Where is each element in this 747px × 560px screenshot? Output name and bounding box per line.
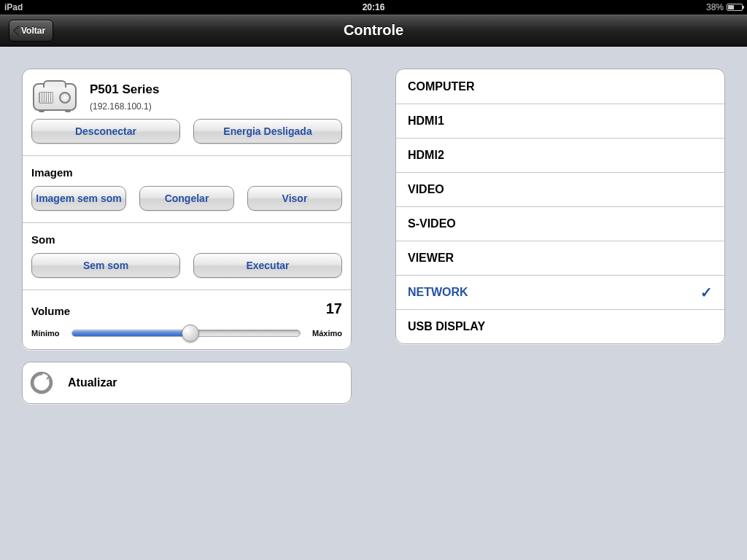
refresh-label: Atualizar xyxy=(68,376,117,389)
volume-min-label: Mínimo xyxy=(31,329,60,338)
source-item-label: NETWORK xyxy=(408,286,468,299)
volume-max-label: Máximo xyxy=(312,329,342,338)
disconnect-button[interactable]: Desconectar xyxy=(31,119,180,144)
source-item-label: HDMI1 xyxy=(408,114,444,128)
control-panel: P501 Series (192.168.100.1) Desconectar … xyxy=(22,69,352,350)
power-off-button[interactable]: Energia Desligada xyxy=(193,119,342,144)
projector-icon xyxy=(33,83,77,111)
source-item-label: VIDEO xyxy=(408,183,444,196)
source-item-label: VIEWER xyxy=(408,252,454,265)
page-title: Controle xyxy=(0,22,747,39)
volume-value: 17 xyxy=(326,300,342,317)
play-button[interactable]: Executar xyxy=(193,253,342,278)
volume-title: Volume xyxy=(31,305,70,317)
image-mute-button[interactable]: Imagem sem som xyxy=(31,186,126,211)
source-item[interactable]: S-VIDEO✓ xyxy=(396,206,724,241)
source-item[interactable]: HDMI1✓ xyxy=(396,104,724,138)
volume-section: Volume 17 Mínimo Máximo xyxy=(23,289,351,349)
navbar: Voltar Controle xyxy=(0,15,747,47)
source-item-label: HDMI2 xyxy=(408,149,444,162)
source-item[interactable]: VIEWER✓ xyxy=(396,241,724,275)
battery-icon xyxy=(727,4,743,11)
source-item-label: COMPUTER xyxy=(408,80,475,93)
source-item-label: S-VIDEO xyxy=(408,217,456,230)
source-list: COMPUTER✓HDMI1✓HDMI2✓VIDEO✓S-VIDEO✓VIEWE… xyxy=(395,69,725,344)
volume-slider[interactable] xyxy=(71,330,301,337)
status-time: 20:16 xyxy=(0,2,747,12)
check-icon: ✓ xyxy=(700,284,713,301)
source-item[interactable]: USB DISPLAY✓ xyxy=(396,309,724,343)
source-item[interactable]: COMPUTER✓ xyxy=(396,69,724,104)
volume-slider-thumb[interactable] xyxy=(182,324,199,342)
sound-mute-button[interactable]: Sem som xyxy=(31,253,180,278)
source-item-label: USB DISPLAY xyxy=(408,320,485,333)
source-item[interactable]: VIDEO✓ xyxy=(396,172,724,206)
source-item[interactable]: NETWORK✓ xyxy=(396,275,724,309)
refresh-panel[interactable]: Atualizar xyxy=(22,362,352,404)
refresh-icon xyxy=(30,371,53,394)
source-item[interactable]: HDMI2✓ xyxy=(396,138,724,172)
viewer-button[interactable]: Visor xyxy=(247,186,342,211)
section-title-image: Imagem xyxy=(31,166,342,179)
status-bar: iPad 20:16 38% xyxy=(0,0,747,15)
freeze-button[interactable]: Congelar xyxy=(139,186,234,211)
device-ip: (192.168.100.1) xyxy=(90,101,159,112)
device-name: P501 Series xyxy=(90,82,159,97)
section-title-sound: Som xyxy=(31,233,342,246)
